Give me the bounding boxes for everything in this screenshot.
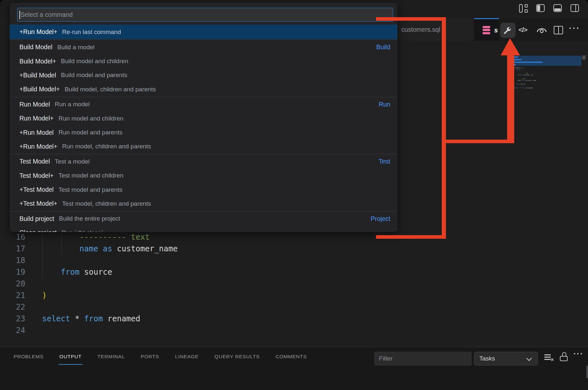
category-badge: Run <box>379 101 390 108</box>
item-label: Build Model <box>19 43 52 51</box>
panel-tab-comments[interactable]: COMMENTS <box>275 354 307 360</box>
panel-tabs: PROBLEMSOUTPUTTERMINALPORTSLINEAGEQUERY … <box>14 347 307 366</box>
palette-list: +Run Model+Re-run last commandBuild Mode… <box>10 25 397 232</box>
code-line: 20 <box>0 278 178 290</box>
panel-tab-problems[interactable]: PROBLEMS <box>14 354 44 360</box>
line-number: 19 <box>0 266 25 278</box>
palette-item[interactable]: +Run Model+Run model, children and paren… <box>10 140 397 154</box>
line-number: 23 <box>0 313 25 325</box>
item-description: Run model and children <box>59 115 124 122</box>
customize-layout-icon[interactable] <box>519 4 529 13</box>
command-palette: +Run Model+Re-run last commandBuild Mode… <box>10 3 397 232</box>
palette-item[interactable]: +Build ModelBuild model and parents <box>10 68 397 82</box>
palette-item[interactable]: Build projectBuild the entire projectPro… <box>10 212 397 226</box>
item-label: Test Model <box>19 158 50 165</box>
palette-item[interactable]: +Build Model+Build model, children and p… <box>10 82 397 96</box>
code-line: 18 <box>0 255 178 266</box>
wrench-icon <box>504 26 512 35</box>
item-description: Build a model <box>57 44 94 51</box>
palette-item[interactable]: Build Model+Build model and children <box>10 54 397 68</box>
tab-label: customers.sql <box>401 26 440 33</box>
bottom-panel: PROBLEMSOUTPUTTERMINALPORTSLINEAGEQUERY … <box>0 347 588 390</box>
group-divider <box>10 40 397 40</box>
item-description: Test model and children <box>59 172 124 179</box>
lock-scroll-icon[interactable] <box>560 352 568 362</box>
item-description: Build the entire project <box>59 215 120 222</box>
toggle-panel-icon[interactable] <box>553 4 563 13</box>
filter-input[interactable] <box>374 352 472 365</box>
item-label: +Run Model+ <box>19 28 57 36</box>
item-label: +Run Model <box>19 129 54 136</box>
minimap[interactable]: renamed as ( select -------- ids id as c… <box>513 56 582 89</box>
code-line: 16 ---------- text <box>0 231 178 243</box>
palette-item[interactable]: Run Model+Run model and children <box>10 111 397 125</box>
item-description: Run a model <box>55 101 90 108</box>
panel-tab-query-results[interactable]: QUERY RESULTS <box>215 354 260 360</box>
category-badge: Test <box>379 158 390 165</box>
code-line: 21) <box>0 290 178 301</box>
item-label: +Test Model+ <box>19 200 57 207</box>
palette-item[interactable]: Test ModelTest a modelTest <box>10 155 397 168</box>
palette-item[interactable]: Run ModelRun a modelRun <box>10 98 397 111</box>
tab-active-model[interactable]: s <box>474 18 499 41</box>
code-line: 17 name as customer_name <box>0 243 178 255</box>
toggle-secondary-sidebar-icon[interactable] <box>571 4 580 13</box>
line-number: 20 <box>0 278 25 290</box>
item-description: Re-run last command <box>62 29 121 36</box>
palette-item[interactable]: +Run Model+Re-run last command <box>10 25 397 39</box>
item-label: Build Model+ <box>19 58 56 65</box>
palette-item[interactable]: Build ModelBuild a modelBuild <box>10 40 397 54</box>
panel-scrollbar[interactable] <box>586 366 588 378</box>
item-description: Test model, children and parents <box>62 200 151 207</box>
item-label: Clean project <box>19 229 57 232</box>
line-number: 21 <box>0 290 25 301</box>
clear-output-icon[interactable]: ✕ <box>544 352 554 363</box>
palette-item[interactable]: +Run ModelRun model and parents <box>10 125 397 139</box>
code-line: 22 <box>0 301 178 313</box>
editor-more-actions-icon[interactable]: ··· <box>569 23 580 33</box>
group-divider <box>10 154 397 154</box>
item-label: Run Model <box>19 101 50 108</box>
panel-tab-ports[interactable]: PORTS <box>141 354 159 360</box>
code-line: 23select * from renamed <box>0 313 178 325</box>
line-number: 22 <box>0 301 25 313</box>
dbt-actions-button[interactable] <box>500 23 516 38</box>
palette-item[interactable]: +Test Model+Test model, children and par… <box>10 197 397 211</box>
code-line: 24 <box>0 325 178 336</box>
line-number: 24 <box>0 325 25 336</box>
category-badge: Project <box>371 215 390 223</box>
group-divider <box>10 97 397 97</box>
editor-scrollbar[interactable] <box>582 55 586 60</box>
panel-tab-lineage[interactable]: LINEAGE <box>175 354 199 360</box>
toggle-sidebar-icon[interactable] <box>536 4 546 13</box>
eye-preview-icon[interactable] <box>537 25 547 36</box>
category-badge: Build <box>376 43 390 51</box>
code-line: 19 from source <box>0 266 178 278</box>
line-number: 16 <box>0 231 25 243</box>
panel-tab-output[interactable]: OUTPUT <box>60 354 82 360</box>
tasks-dropdown[interactable]: Tasks <box>474 352 538 365</box>
split-editor-icon[interactable] <box>554 26 563 34</box>
text-caret <box>19 11 20 19</box>
item-label: +Run Model+ <box>19 143 57 150</box>
item-label: Run Model+ <box>19 115 54 122</box>
chevron-down-icon <box>527 356 532 361</box>
item-label: Test Model+ <box>19 172 54 179</box>
item-description: Test model and parents <box>59 186 123 193</box>
panel-tab-terminal[interactable]: TERMINAL <box>97 354 125 360</box>
command-input[interactable] <box>17 8 393 22</box>
palette-item[interactable]: Test Model+Test model and children <box>10 169 397 183</box>
item-label: +Build Model+ <box>19 86 60 93</box>
window-layout-controls <box>519 4 580 13</box>
item-description: Run model, children and parents <box>62 143 151 150</box>
item-description: Build model and parents <box>61 72 127 79</box>
item-label: +Build Model <box>19 72 56 79</box>
tab-label-truncated: s <box>494 26 498 34</box>
item-label: Build project <box>19 215 54 223</box>
line-number: 18 <box>0 255 25 266</box>
palette-item[interactable]: Clean projectRun `dbt clean` <box>10 226 397 232</box>
palette-item[interactable]: +Test ModelTest model and parents <box>10 183 397 197</box>
tab-customers-sql[interactable]: customers.sql <box>397 18 473 41</box>
panel-more-actions-icon[interactable]: ··· <box>573 349 583 359</box>
compiled-code-icon[interactable]: </> <box>518 26 527 34</box>
